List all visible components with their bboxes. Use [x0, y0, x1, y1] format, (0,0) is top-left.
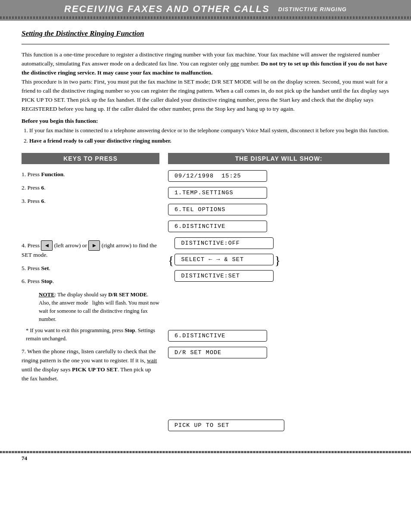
col-left-header: KEYS TO PRESS — [22, 153, 159, 164]
page-content: Setting the Distinctive Ringing Function… — [0, 21, 411, 442]
note-block: NOTE: The display should say D/R SET MOD… — [22, 290, 159, 323]
display-distinctive-off: DISTINCTIVE:OFF — [174, 237, 274, 249]
header-main-title: RECEIVING FAXES AND OTHER CALLS — [64, 3, 270, 15]
display-temp-settings: 1.TEMP.SETTINGS — [168, 187, 267, 199]
before-begin-list: If your fax machine is connected to a te… — [22, 126, 389, 145]
step-5: 5. Press Set. — [22, 264, 159, 273]
right-bracket: } — [274, 255, 280, 267]
left-bracket: { — [168, 255, 174, 267]
display-stack: 09/12/1998 15:25 1.TEMP.SETTINGS 6.TEL O… — [168, 170, 389, 434]
star-note: * If you want to exit this programming, … — [22, 327, 159, 343]
right-arrow-btn[interactable]: ► — [88, 240, 100, 251]
col-right-header: THE DISPLAY WILL SHOW: — [168, 153, 389, 164]
before-begin-section: Before you begin this function: If your … — [22, 118, 389, 145]
display-select: SELECT ← → & SET — [174, 254, 274, 265]
step-2: 2. Press 6. — [22, 184, 159, 193]
step6-display-gap: 6.DISTINCTIVE D/R SET MODE — [168, 330, 267, 361]
display-datetime: 09/12/1998 15:25 — [168, 170, 267, 182]
header-underline — [0, 16, 411, 19]
display-tel-options: 6.TEL OPTIONS — [168, 204, 267, 215]
note-label: NOTE — [39, 291, 55, 298]
two-col-layout: KEYS TO PRESS 1. Press Function. 2. Pres… — [22, 153, 389, 434]
step-4: 4. Press ◄ (left arrow) or ► (right arro… — [22, 240, 159, 260]
display-pick-up-to-set: PICK UP TO SET — [168, 420, 284, 431]
step7-display-wrapper: PICK UP TO SET — [168, 420, 284, 434]
header-sub-title: DISTINCTIVE RINGING — [278, 6, 347, 12]
step-6: 6. Press Stop. — [22, 277, 159, 286]
display-distinctive-2: 6.DISTINCTIVE — [168, 330, 267, 342]
display-dr-set-mode: D/R SET MODE — [168, 347, 267, 358]
intro-text: This function is a one-time procedure to… — [22, 50, 389, 113]
bracketed-displays: DISTINCTIVE:OFF SELECT ← → & SET DISTINC… — [174, 237, 274, 284]
display-dr-set-mode-wrapper: D/R SET MODE — [168, 347, 267, 361]
step-3: 3. Press 6. — [22, 197, 159, 206]
before-begin-title: Before you begin this function: — [22, 118, 389, 124]
bracket-group: { DISTINCTIVE:OFF SELECT ← → & SET DISTI… — [168, 237, 280, 284]
display-distinctive-1: 6.DISTINCTIVE — [168, 221, 267, 232]
section-divider — [22, 44, 389, 44]
header-bar: RECEIVING FAXES AND OTHER CALLS DISTINCT… — [0, 0, 411, 21]
section-title: Setting the Distinctive Ringing Function — [22, 29, 389, 38]
page-number: 74 — [0, 453, 411, 464]
before-item-2: Have a friend ready to call your distinc… — [29, 137, 389, 145]
step-1: 1. Press Function. — [22, 170, 159, 179]
before-item-1: If your fax machine is connected to a te… — [29, 126, 389, 135]
col-right: THE DISPLAY WILL SHOW: 09/12/1998 15:25 … — [168, 153, 389, 434]
col-left: KEYS TO PRESS 1. Press Function. 2. Pres… — [22, 153, 159, 434]
display-distinctive-set: DISTINCTIVE:SET — [174, 270, 274, 282]
step-7: 7. When the phone rings, listen carefull… — [22, 347, 159, 383]
left-arrow-btn[interactable]: ◄ — [41, 240, 53, 251]
